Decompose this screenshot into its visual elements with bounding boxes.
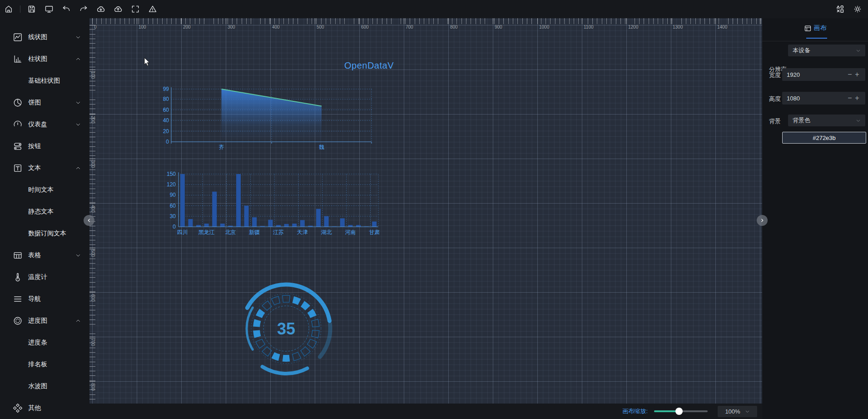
- width-plus-button[interactable]: +: [853, 70, 861, 79]
- upload-icon[interactable]: [109, 0, 127, 18]
- chevron-down-icon: [75, 35, 81, 40]
- collapse-right-panel-button[interactable]: [757, 215, 768, 226]
- sidebar-item-label: 柱状图: [28, 55, 47, 63]
- chevron-up-icon: [75, 56, 81, 62]
- width-value: 1920: [787, 71, 846, 78]
- sidebar-item-6[interactable]: 表格: [0, 244, 89, 266]
- width-label: 宽度: [769, 71, 781, 80]
- height-minus-button[interactable]: −: [846, 94, 853, 102]
- height-value: 1080: [787, 95, 846, 102]
- components-icon[interactable]: [832, 0, 849, 18]
- svg-text:120: 120: [167, 181, 176, 188]
- sidebar-subitem[interactable]: 时间文本: [0, 179, 89, 201]
- sidebar-subitem[interactable]: 排名板: [0, 354, 89, 375]
- top-toolbar: [0, 0, 868, 18]
- gauge-value: 35: [277, 319, 295, 338]
- sidebar-item-2[interactable]: 饼图: [0, 92, 89, 114]
- zoom-percent-select[interactable]: 100%: [718, 406, 757, 417]
- svg-text:新疆: 新疆: [249, 229, 260, 235]
- sidebar-item-label: 按钮: [28, 142, 41, 150]
- chevron-down-icon: [75, 100, 81, 105]
- sidebar-subitem[interactable]: 基础柱状图: [0, 70, 89, 92]
- undo-icon[interactable]: [58, 0, 75, 18]
- canvas-bottom-bar: 画布缩放: 100%: [89, 404, 762, 419]
- background-select[interactable]: 背景色: [788, 115, 865, 126]
- pie-chart-icon: [13, 98, 23, 108]
- area-chart[interactable]: 02040608099齐魏: [153, 84, 380, 155]
- h-ruler-label: 500: [317, 25, 324, 30]
- svg-text:0: 0: [173, 224, 176, 230]
- background-color-swatch[interactable]: #272e3b: [782, 132, 866, 144]
- height-plus-button[interactable]: +: [853, 94, 861, 102]
- sidebar-item-4[interactable]: 按钮: [0, 135, 89, 157]
- height-label: 高度: [769, 95, 781, 103]
- fullscreen-icon[interactable]: [127, 0, 144, 18]
- design-canvas[interactable]: 0100200300400500600700800900100011001200…: [89, 18, 762, 404]
- sidebar-subitem[interactable]: 数据订阅文本: [0, 223, 89, 244]
- warning-icon[interactable]: [144, 0, 161, 18]
- component-sidebar: 线状图柱状图基础柱状图饼图仪表盘按钮文本时间文本静态文本数据订阅文本表格温度计导…: [0, 18, 89, 419]
- slider-thumb[interactable]: [675, 408, 683, 415]
- svg-text:150: 150: [167, 171, 176, 177]
- tab-canvas[interactable]: 画布: [762, 18, 868, 38]
- theme-icon[interactable]: [849, 0, 866, 18]
- redo-icon[interactable]: [75, 0, 92, 18]
- canvas-zoom-slider[interactable]: [654, 410, 708, 412]
- sidebar-item-10[interactable]: 其他: [0, 397, 89, 419]
- h-ruler-label: 800: [450, 25, 458, 30]
- svg-text:河南: 河南: [345, 229, 356, 235]
- canvas-title-text[interactable]: OpenDataV: [344, 60, 394, 71]
- svg-text:魏: 魏: [319, 144, 324, 150]
- bar-chart[interactable]: 0306090120150四川黑龙江北京新疆江苏天津湖北河南甘肃: [162, 170, 389, 239]
- canvas-zoom-label: 画布缩放:: [622, 407, 648, 415]
- progress-gauge[interactable]: 35: [236, 279, 336, 379]
- sidebar-item-1[interactable]: 柱状图: [0, 48, 89, 70]
- svg-text:北京: 北京: [225, 229, 236, 235]
- preview-icon[interactable]: [40, 0, 58, 18]
- sidebar-subitem-label: 排名板: [28, 360, 47, 369]
- svg-text:40: 40: [163, 117, 169, 124]
- v-ruler-label: 100: [90, 71, 95, 79]
- h-ruler-label: 700: [406, 25, 413, 30]
- h-ruler-label: 600: [361, 25, 369, 30]
- svg-text:20: 20: [163, 128, 169, 135]
- line-chart-icon: [13, 32, 23, 42]
- h-ruler-label: 1300: [673, 25, 683, 30]
- sidebar-item-8[interactable]: 导航: [0, 288, 89, 310]
- sidebar-item-7[interactable]: 温度计: [0, 266, 89, 288]
- h-ruler-label: 1000: [539, 25, 549, 30]
- svg-text:0: 0: [166, 139, 169, 145]
- sidebar-item-3[interactable]: 仪表盘: [0, 114, 89, 135]
- background-label: 背景: [769, 117, 781, 125]
- sidebar-subitem[interactable]: 水波图: [0, 375, 89, 397]
- thermometer-icon: [13, 272, 23, 282]
- h-ruler-label: 1200: [628, 25, 638, 30]
- download-icon[interactable]: [92, 0, 109, 18]
- sidebar-item-0[interactable]: 线状图: [0, 26, 89, 48]
- sidebar-subitem-label: 进度条: [28, 339, 47, 347]
- sidebar-subitem-label: 时间文本: [28, 186, 54, 194]
- width-input[interactable]: 1920 − +: [782, 68, 865, 81]
- background-value: 背景色: [793, 116, 856, 125]
- sidebar-item-5[interactable]: 文本: [0, 157, 89, 179]
- sidebar-subitem-label: 数据订阅文本: [28, 229, 66, 238]
- sidebar-item-label: 其他: [28, 404, 41, 412]
- width-minus-button[interactable]: −: [846, 70, 853, 79]
- v-ruler-label: 300: [90, 160, 95, 168]
- v-ruler-label: 500: [90, 249, 95, 257]
- svg-text:四川: 四川: [177, 229, 188, 235]
- sidebar-item-9[interactable]: 进度图: [0, 310, 89, 332]
- sidebar-subitem[interactable]: 静态文本: [0, 201, 89, 223]
- collapse-left-panel-button[interactable]: [84, 215, 94, 226]
- v-ruler-label: 400: [90, 205, 95, 213]
- sidebar-subitem[interactable]: 进度条: [0, 332, 89, 354]
- chevron-up-icon: [75, 318, 81, 324]
- height-input[interactable]: 1080 − +: [782, 92, 865, 105]
- save-icon[interactable]: [23, 0, 40, 18]
- mouse-cursor: [144, 58, 150, 67]
- resolution-select[interactable]: 本设备: [788, 45, 865, 56]
- h-ruler-label: 0: [94, 25, 97, 30]
- home-icon[interactable]: [0, 0, 17, 18]
- horizontal-ruler: [92, 18, 762, 24]
- svg-text:60: 60: [163, 107, 169, 113]
